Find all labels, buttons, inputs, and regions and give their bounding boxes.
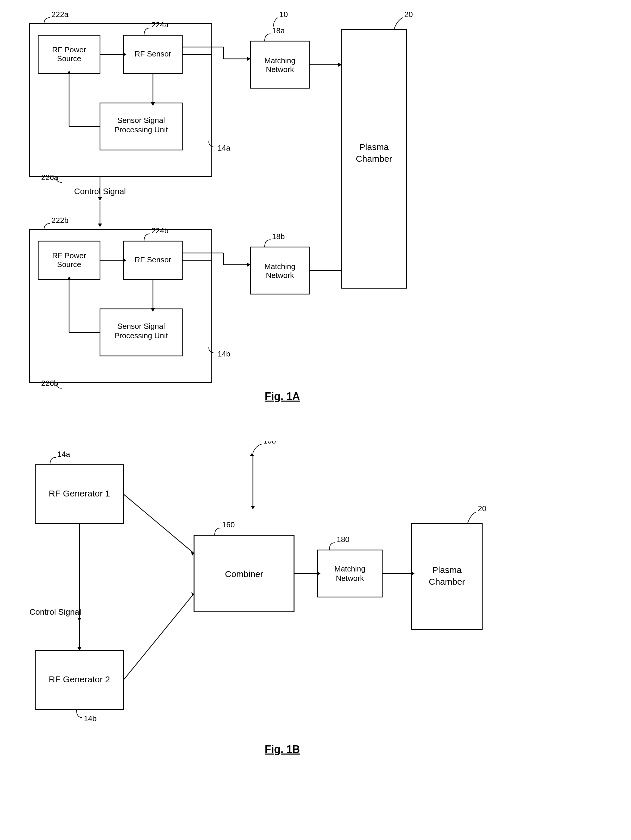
svg-text:RF Generator 1: RF Generator 1: [49, 488, 110, 498]
svg-marker-23: [67, 71, 71, 74]
fig1a-diagram: 222a RF Power Source RF Sensor 224a Sens…: [17, 12, 614, 418]
svg-text:RF Generator 2: RF Generator 2: [49, 674, 110, 684]
svg-text:Fig. 1B: Fig. 1B: [265, 743, 300, 755]
svg-marker-41: [98, 224, 102, 227]
svg-marker-61: [247, 263, 251, 267]
svg-text:Matching: Matching: [334, 564, 366, 573]
svg-text:Network: Network: [336, 574, 364, 583]
svg-text:Matching: Matching: [264, 262, 295, 271]
svg-text:Chamber: Chamber: [356, 154, 392, 164]
svg-text:Fig. 1A: Fig. 1A: [265, 390, 300, 403]
svg-marker-32: [338, 63, 342, 67]
svg-rect-103: [412, 524, 482, 629]
svg-text:Sensor Signal: Sensor Signal: [117, 116, 165, 125]
svg-text:RF Sensor: RF Sensor: [135, 49, 172, 58]
svg-text:222a: 222a: [52, 12, 68, 19]
svg-text:Sensor Signal: Sensor Signal: [117, 322, 165, 331]
svg-text:14a: 14a: [57, 450, 70, 458]
svg-marker-25: [151, 103, 155, 106]
svg-marker-39: [98, 197, 102, 201]
svg-text:224b: 224b: [151, 226, 169, 235]
svg-text:RF Power: RF Power: [52, 45, 86, 54]
svg-marker-108: [411, 572, 415, 576]
svg-text:14b: 14b: [218, 349, 230, 358]
svg-text:Combiner: Combiner: [225, 569, 263, 579]
svg-marker-55: [123, 258, 126, 262]
svg-marker-13: [123, 52, 126, 57]
figure-1a-section: 222a RF Power Source RF Sensor 224a Sens…: [17, 12, 614, 418]
svg-text:Network: Network: [266, 65, 294, 74]
svg-marker-19: [247, 57, 251, 61]
svg-text:Source: Source: [57, 54, 81, 63]
svg-text:RF Power: RF Power: [52, 251, 86, 260]
svg-marker-67: [151, 308, 155, 312]
svg-text:224a: 224a: [151, 20, 169, 29]
svg-marker-84: [77, 617, 82, 621]
svg-text:222b: 222b: [52, 216, 68, 225]
svg-text:160: 160: [222, 520, 235, 529]
svg-text:18b: 18b: [272, 232, 285, 241]
fig1b-diagram: RF Generator 1 14a 100 Control Signal RF…: [17, 441, 614, 765]
svg-text:20: 20: [404, 12, 413, 19]
svg-marker-86: [77, 647, 82, 651]
svg-rect-97: [317, 550, 382, 597]
svg-line-93: [123, 494, 194, 553]
svg-marker-81: [251, 506, 255, 509]
svg-text:Plasma: Plasma: [359, 142, 389, 152]
svg-text:Network: Network: [266, 271, 294, 280]
svg-text:RF Sensor: RF Sensor: [135, 255, 172, 264]
figure-1b-section: RF Generator 1 14a 100 Control Signal RF…: [17, 441, 614, 765]
svg-text:180: 180: [337, 535, 349, 544]
svg-text:Control Signal: Control Signal: [29, 607, 81, 616]
svg-text:226a: 226a: [41, 173, 58, 182]
svg-marker-102: [317, 572, 320, 576]
svg-text:Processing Unit: Processing Unit: [114, 125, 168, 134]
svg-text:14b: 14b: [84, 714, 96, 723]
svg-text:100: 100: [263, 441, 276, 445]
svg-text:14a: 14a: [218, 144, 230, 152]
svg-text:Matching: Matching: [264, 56, 295, 65]
svg-text:20: 20: [478, 504, 486, 513]
svg-text:Plasma: Plasma: [432, 565, 462, 575]
svg-marker-65: [67, 276, 71, 280]
svg-text:10: 10: [279, 12, 288, 19]
svg-text:Chamber: Chamber: [429, 577, 465, 586]
svg-line-95: [123, 594, 194, 680]
svg-text:18a: 18a: [272, 26, 285, 35]
svg-text:Source: Source: [57, 260, 81, 269]
svg-marker-79: [250, 453, 254, 456]
svg-text:Processing Unit: Processing Unit: [114, 331, 168, 340]
svg-text:226b: 226b: [41, 379, 58, 388]
